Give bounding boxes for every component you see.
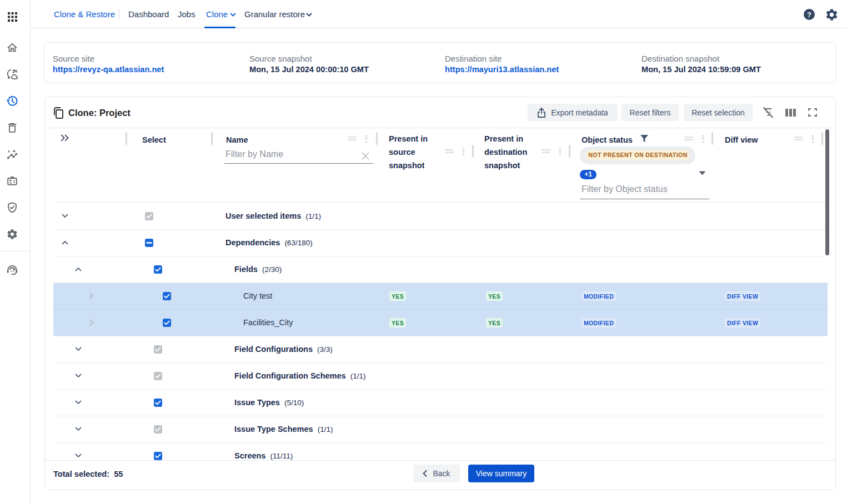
svg-text:?: ?	[807, 11, 811, 19]
